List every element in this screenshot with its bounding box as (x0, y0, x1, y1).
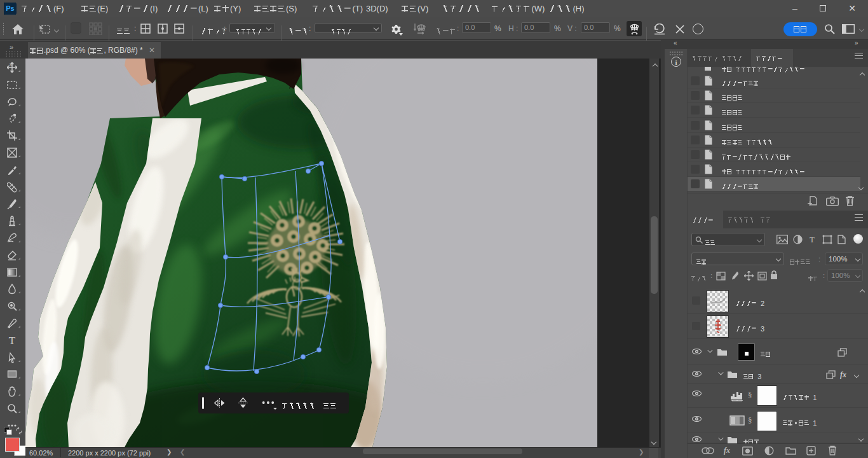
svg-text:T: T (9, 335, 16, 346)
